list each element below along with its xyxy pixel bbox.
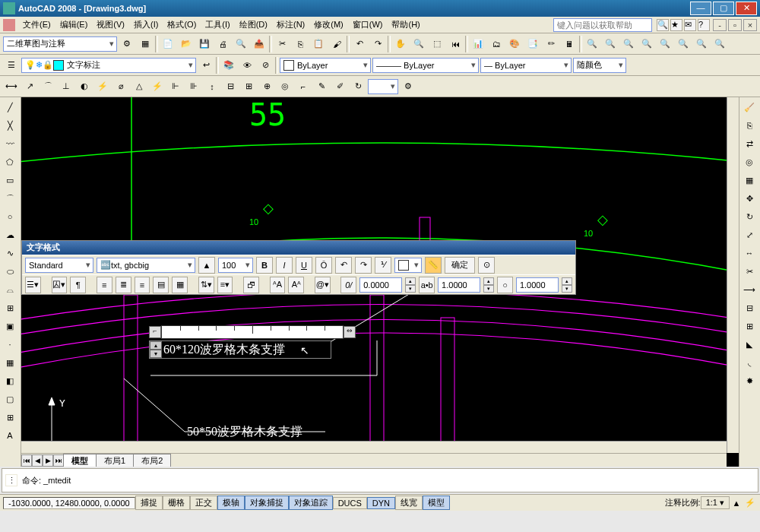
tab-model[interactable]: 模型 bbox=[63, 454, 97, 467]
open-button[interactable]: 📂 bbox=[178, 36, 195, 52]
vertical-scrollbar[interactable] bbox=[727, 97, 739, 453]
mirror-button[interactable]: ⇄ bbox=[741, 135, 758, 152]
insert-field-button[interactable]: 🗗 bbox=[243, 277, 259, 293]
align-left-button[interactable]: ≡ bbox=[97, 277, 112, 293]
gradient-button[interactable]: ◧ bbox=[2, 372, 18, 389]
line-spacing-button[interactable]: ⇅▾ bbox=[198, 277, 214, 293]
break-button[interactable]: ⊟ bbox=[741, 299, 758, 316]
matchprop-button[interactable]: 🖌 bbox=[328, 36, 345, 52]
tracking-button[interactable]: a•b bbox=[419, 277, 435, 293]
dimtedit-button[interactable]: ✐ bbox=[331, 78, 348, 95]
mtext-spin-down[interactable]: ▾ bbox=[150, 350, 162, 358]
menu-format[interactable]: 格式(O) bbox=[163, 17, 201, 32]
stretch-button[interactable]: ↔ bbox=[741, 245, 758, 261]
zoom-rt-button[interactable]: 🔍 bbox=[410, 36, 427, 52]
dim-linear-button[interactable]: ⟷ bbox=[3, 78, 20, 95]
array-button[interactable]: ▦ bbox=[741, 172, 758, 188]
menu-view[interactable]: 视图(V) bbox=[92, 17, 129, 32]
undo-button[interactable]: ↶ bbox=[351, 36, 368, 52]
insertblock-button[interactable]: ⊞ bbox=[2, 299, 18, 316]
dim-quick-button[interactable]: ⚡ bbox=[149, 78, 166, 95]
snap-toggle[interactable]: 捕捉 bbox=[135, 496, 163, 510]
zoom-obj-button[interactable]: 🔍 bbox=[675, 36, 692, 52]
dim-break-button[interactable]: ⊟ bbox=[222, 78, 239, 95]
width-factor-button[interactable]: ○ bbox=[497, 277, 513, 293]
undo-text-button[interactable]: ↶ bbox=[335, 257, 352, 274]
scale-button[interactable]: ⤢ bbox=[741, 226, 758, 243]
pan-button[interactable]: ✋ bbox=[392, 36, 409, 52]
menu-help[interactable]: 帮助(H) bbox=[387, 17, 424, 32]
align-right-button[interactable]: ≡ bbox=[135, 277, 150, 293]
hatch-button[interactable]: ▦ bbox=[2, 354, 18, 371]
dim-continue-button[interactable]: ⊪ bbox=[185, 78, 202, 95]
calc-button[interactable]: 🖩 bbox=[561, 36, 578, 52]
minimize-button[interactable]: — bbox=[690, 2, 711, 15]
rotate-button[interactable]: ↻ bbox=[741, 208, 758, 225]
erase-button[interactable]: 🧹 bbox=[741, 99, 758, 116]
new-button[interactable]: 📄 bbox=[160, 36, 176, 52]
layer-combo[interactable]: 💡❄🔒 文字标注 bbox=[21, 58, 196, 73]
dim-aligned-button[interactable]: ↗ bbox=[21, 78, 38, 95]
zoom-dyn-button[interactable]: 🔍 bbox=[711, 36, 728, 52]
doc-restore-button[interactable]: ▫ bbox=[728, 19, 742, 31]
tab-prev-button[interactable]: ◀ bbox=[32, 454, 43, 467]
comm-icon[interactable]: ✉ bbox=[684, 19, 696, 31]
maximize-button[interactable]: ▢ bbox=[713, 2, 734, 15]
menu-modify[interactable]: 修改(M) bbox=[309, 17, 348, 32]
ducs-toggle[interactable]: DUCS bbox=[333, 497, 367, 509]
underline-button[interactable]: U bbox=[296, 257, 312, 274]
inspection-button[interactable]: ◎ bbox=[277, 78, 293, 95]
menu-insert[interactable]: 插入(I) bbox=[129, 17, 163, 32]
oblique-input[interactable] bbox=[359, 277, 402, 293]
tab-next-button[interactable]: ▶ bbox=[43, 454, 53, 467]
spline-button[interactable]: ∿ bbox=[2, 245, 18, 261]
drawing-canvas[interactable]: 55 10◇ 10◇ Y X 50*50波罗格木条支撑 文字格式 Standar… bbox=[21, 97, 739, 467]
plotstyle-control[interactable]: 随颜色 bbox=[573, 58, 626, 73]
layerprev-button[interactable]: ↩ bbox=[198, 57, 214, 74]
table-button[interactable]: ⊞ bbox=[2, 409, 18, 426]
tolerance-button[interactable]: ⊞ bbox=[240, 78, 257, 95]
menu-dimension[interactable]: 标注(N) bbox=[272, 17, 309, 32]
mtext-button[interactable]: A bbox=[2, 427, 18, 444]
centermark-button[interactable]: ⊕ bbox=[258, 78, 275, 95]
save-button[interactable]: 💾 bbox=[196, 36, 213, 52]
ruler-left-icon[interactable]: ⌐ bbox=[149, 326, 161, 338]
doc-minimize-button[interactable]: - bbox=[713, 19, 727, 31]
align-dist-button[interactable]: ▦ bbox=[172, 277, 188, 293]
layeriso-button[interactable]: 👁 bbox=[239, 57, 255, 74]
explode-button[interactable]: ✸ bbox=[741, 372, 758, 389]
text-height-combo[interactable]: 100 bbox=[218, 258, 253, 273]
toolpalette-button[interactable]: 🎨 bbox=[506, 36, 523, 52]
text-color-combo[interactable] bbox=[394, 258, 422, 273]
command-handle-icon[interactable]: ⋮ bbox=[5, 474, 17, 486]
grid-toggle[interactable]: 栅格 bbox=[163, 496, 190, 510]
menu-draw[interactable]: 绘图(D) bbox=[235, 17, 272, 32]
dimstyle-combo[interactable] bbox=[368, 79, 398, 94]
dim-radius-button[interactable]: ◐ bbox=[76, 78, 93, 95]
zoom-all-button[interactable]: 🔍 bbox=[602, 36, 619, 52]
otrack-toggle[interactable]: 对象追踪 bbox=[289, 496, 333, 510]
text-style-combo[interactable]: Standard bbox=[25, 258, 93, 273]
dim-ordinate-button[interactable]: ⊥ bbox=[58, 78, 74, 95]
width-down[interactable]: ▾ bbox=[562, 285, 572, 293]
line-button[interactable]: ╱ bbox=[2, 99, 18, 116]
pline-button[interactable]: 〰 bbox=[2, 135, 18, 152]
dim-angular-button[interactable]: △ bbox=[131, 78, 147, 95]
zoom-center-button[interactable]: 🔍 bbox=[657, 36, 673, 52]
align-justify-button[interactable]: ▤ bbox=[153, 277, 169, 293]
annotation-visibility-button[interactable]: ▲ bbox=[730, 496, 743, 510]
infocenter-icon[interactable]: ★ bbox=[670, 19, 682, 31]
tab-last-button[interactable]: ⏭ bbox=[53, 454, 64, 467]
ok-button[interactable]: 确定 bbox=[445, 257, 475, 274]
osnap-toggle[interactable]: 对象捕捉 bbox=[245, 496, 289, 510]
help-search-input[interactable] bbox=[553, 18, 652, 32]
symbol-button[interactable]: @▾ bbox=[315, 277, 331, 293]
linetype-control[interactable]: ——— ByLayer bbox=[372, 58, 479, 73]
command-line[interactable]: ⋮ 命令: _mtedit bbox=[2, 468, 758, 492]
color-control[interactable]: ByLayer bbox=[280, 58, 371, 73]
zoom-prev-button[interactable]: ⏮ bbox=[447, 36, 464, 52]
horizontal-scrollbar[interactable] bbox=[21, 441, 727, 453]
zoom-ext-button[interactable]: 🔍 bbox=[584, 36, 600, 52]
dim-diameter-button[interactable]: ⌀ bbox=[112, 78, 129, 95]
width-up[interactable]: ▴ bbox=[562, 277, 572, 285]
